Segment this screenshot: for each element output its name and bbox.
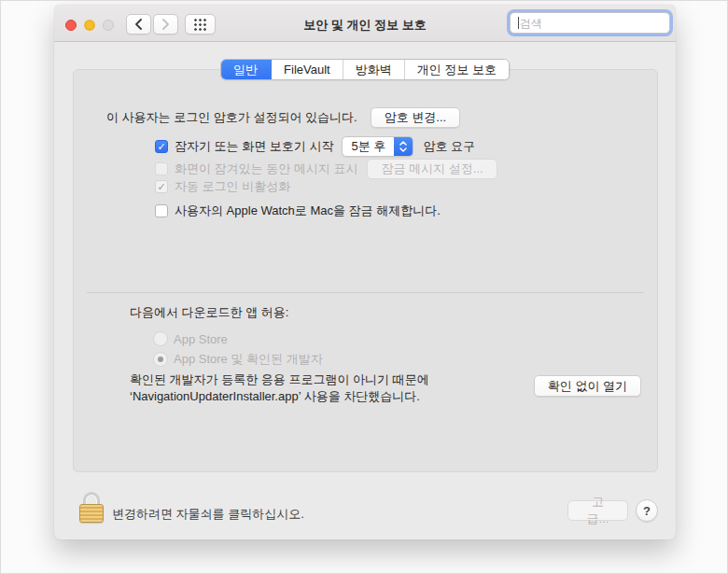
require-password-checkbox[interactable]: ✓: [155, 140, 168, 153]
search-field[interactable]: [510, 12, 670, 34]
advanced-button: 고급...: [567, 500, 628, 521]
search-input[interactable]: [520, 17, 665, 30]
tab-privacy[interactable]: 개인 정보 보호: [405, 60, 509, 79]
tab-general[interactable]: 일반: [220, 59, 272, 80]
lock-instruction-text: 변경하려면 자물쇠를 클릭하십시오.: [112, 506, 304, 523]
blocked-app-message-line2: ‘NavigationUpdaterInstaller.app’ 사용을 차단했…: [130, 388, 531, 405]
require-password-suffix: 암호 요구: [423, 138, 475, 155]
allow-apps-heading: 다음에서 다운로드한 앱 허용:: [130, 304, 288, 321]
help-button[interactable]: ?: [636, 499, 658, 522]
identified-developers-radio: [153, 352, 168, 367]
blocked-app-message-line1: 확인된 개발자가 등록한 응용 프로그램이 아니기 때문에: [130, 371, 531, 388]
section-divider: [87, 292, 644, 293]
app-store-radio-label: App Store: [174, 332, 228, 346]
tab-firewall[interactable]: 방화벽: [343, 60, 405, 79]
title-bar: 보안 및 개인 정보 보호: [54, 5, 676, 42]
lock-icon[interactable]: [78, 492, 105, 524]
lock-message-checkbox: [155, 162, 168, 175]
set-lock-message-button: 잠금 메시지 설정...: [367, 159, 497, 179]
apple-watch-checkbox[interactable]: [155, 204, 168, 217]
identified-developers-radio-label: App Store 및 확인된 개발자: [174, 351, 323, 368]
auto-login-label: 자동 로그인 비활성화: [175, 178, 290, 195]
tab-bar: 일반 FileVault 방화벽 개인 정보 보호: [220, 59, 510, 80]
radio-dot: [158, 357, 163, 362]
search-icon: [515, 17, 516, 29]
change-password-button[interactable]: 암호 변경...: [371, 107, 460, 128]
password-delay-value: 5분 후: [343, 138, 385, 155]
lock-body: [79, 504, 104, 523]
tab-filevault[interactable]: FileVault: [272, 60, 343, 79]
password-status-text: 이 사용자는 로그인 암호가 설정되어 있습니다.: [106, 109, 357, 126]
security-preferences-window: 보안 및 개인 정보 보호 일반 FileVault 방화벽 개인 정보 보호 …: [54, 5, 676, 539]
require-password-label: 잠자기 또는 화면 보호기 시작: [175, 138, 333, 155]
app-store-radio: [153, 331, 168, 346]
apple-watch-label: 사용자의 Apple Watch로 Mac을 잠금 해제합니다.: [175, 203, 441, 219]
auto-login-checkbox: ✓: [155, 180, 168, 193]
stepper-arrows-icon: [394, 137, 413, 156]
open-anyway-button[interactable]: 확인 없이 열기: [534, 375, 641, 397]
password-delay-select[interactable]: 5분 후: [342, 136, 413, 157]
lock-message-label: 화면이 잠겨있는 동안 메시지 표시: [175, 161, 357, 177]
general-pane: 이 사용자는 로그인 암호가 설정되어 있습니다. 암호 변경... ✓ 잠자기…: [73, 69, 658, 472]
